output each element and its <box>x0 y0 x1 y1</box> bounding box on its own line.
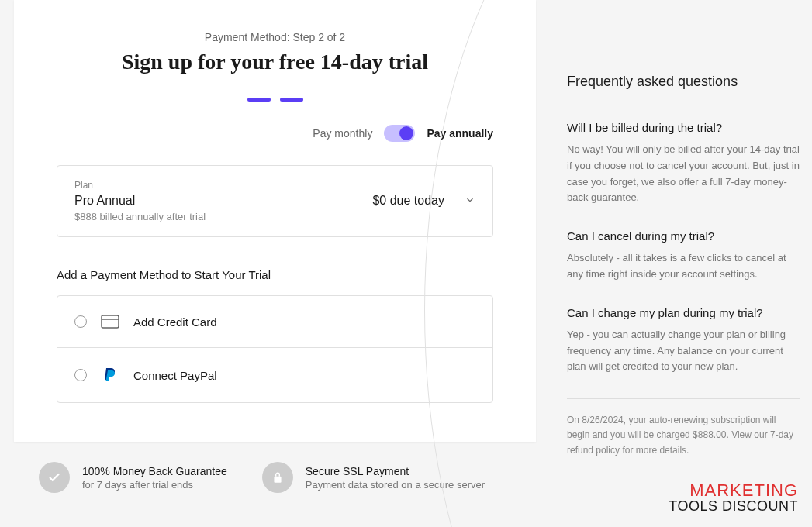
payment-section-title: Add a Payment Method to Start Your Trial <box>57 268 493 281</box>
payment-option-paypal[interactable]: Connect PayPal <box>57 347 492 402</box>
progress-dash <box>247 98 271 102</box>
credit-card-icon <box>101 315 119 329</box>
step-indicator: Payment Method: Step 2 of 2 <box>57 31 493 43</box>
faq-answer: Yep - you can actually change your plan … <box>567 327 800 375</box>
page-title: Sign up for your free 14-day trial <box>57 50 493 74</box>
plan-price-today: $0 due today <box>372 194 444 208</box>
badge-title: 100% Money Back Guarantee <box>82 465 227 477</box>
fine-print-text: for more details. <box>620 445 689 456</box>
radio-unchecked <box>74 369 87 381</box>
plan-name: Pro Annual <box>74 194 135 208</box>
faq-question: Can I change my plan during my trial? <box>567 306 800 319</box>
paypal-label: Connect PayPal <box>133 369 217 382</box>
divider <box>567 398 800 399</box>
faq-heading: Frequently asked questions <box>567 74 800 90</box>
toggle-knob <box>399 126 413 140</box>
logo-line-2: TOOLS DISCOUNT <box>669 499 798 513</box>
ssl-badge: Secure SSL Payment Payment data stored o… <box>262 462 485 493</box>
plan-selector[interactable]: Plan Pro Annual $0 due today $888 billed… <box>57 165 493 237</box>
payment-method-list: Add Credit Card Connect PayPal <box>57 295 493 403</box>
trust-badges: 100% Money Back Guarantee for 7 days aft… <box>39 462 536 493</box>
fine-print-text: On 8/26/2024, your auto-renewing subscri… <box>567 415 793 440</box>
pay-annually-label[interactable]: Pay annually <box>427 127 493 140</box>
radio-unchecked <box>74 315 87 328</box>
fine-print: On 8/26/2024, your auto-renewing subscri… <box>567 413 800 458</box>
faq-answer: Absolutely - all it takes is a few click… <box>567 250 800 283</box>
refund-policy-link[interactable]: refund policy <box>567 445 620 456</box>
plan-field-label: Plan <box>74 180 475 191</box>
badge-title: Secure SSL Payment <box>306 465 485 477</box>
svg-rect-2 <box>274 477 281 483</box>
faq-item: Will I be billed during the trial? No wa… <box>567 121 800 206</box>
checkout-card: Payment Method: Step 2 of 2 Sign up for … <box>14 0 536 442</box>
credit-card-label: Add Credit Card <box>133 315 217 329</box>
faq-answer: No way! You will only be billed after yo… <box>567 142 800 206</box>
chevron-down-icon <box>465 195 475 208</box>
pay-monthly-label[interactable]: Pay monthly <box>313 127 372 140</box>
billing-toggle[interactable] <box>384 125 415 142</box>
badge-sub: Payment data stored on a secure server <box>306 479 485 491</box>
progress-indicator <box>57 98 493 102</box>
money-back-badge: 100% Money Back Guarantee for 7 days aft… <box>39 462 227 493</box>
lock-icon <box>262 462 293 493</box>
plan-billing-note: $888 billed annually after trial <box>74 211 475 222</box>
svg-rect-0 <box>102 315 119 328</box>
payment-option-credit-card[interactable]: Add Credit Card <box>57 296 492 347</box>
faq-question: Can I cancel during my trial? <box>567 229 800 243</box>
paypal-icon <box>101 367 119 384</box>
progress-dash <box>280 98 303 102</box>
faq-item: Can I change my plan during my trial? Ye… <box>567 306 800 375</box>
plan-row: Pro Annual $0 due today <box>74 194 475 208</box>
faq-question: Will I be billed during the trial? <box>567 121 800 134</box>
faq-sidebar: Frequently asked questions Will I be bil… <box>567 0 800 493</box>
billing-toggle-row: Pay monthly Pay annually <box>57 125 493 142</box>
faq-item: Can I cancel during my trial? Absolutely… <box>567 229 800 283</box>
badge-sub: for 7 days after trial ends <box>82 479 227 491</box>
check-icon <box>39 462 70 493</box>
